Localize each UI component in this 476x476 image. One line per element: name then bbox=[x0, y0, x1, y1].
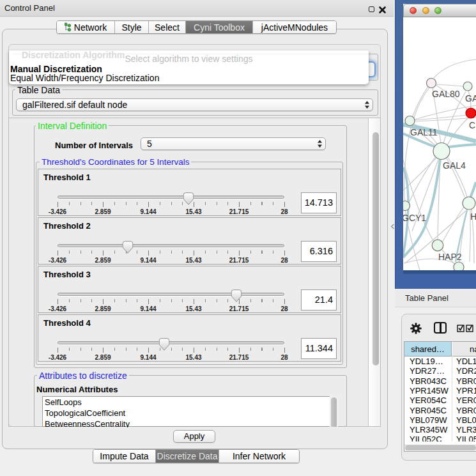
svg-text:GAL11: GAL11 bbox=[410, 127, 438, 137]
svg-text:HAP2: HAP2 bbox=[438, 252, 462, 262]
svg-text:H: H bbox=[470, 211, 476, 222]
svg-text:GAL4: GAL4 bbox=[443, 160, 466, 171]
svg-text:GCY1: GCY1 bbox=[403, 213, 426, 223]
svg-text:C: C bbox=[469, 120, 475, 130]
svg-text:GAL80: GAL80 bbox=[432, 89, 460, 99]
svg-text:GA: GA bbox=[465, 93, 476, 104]
